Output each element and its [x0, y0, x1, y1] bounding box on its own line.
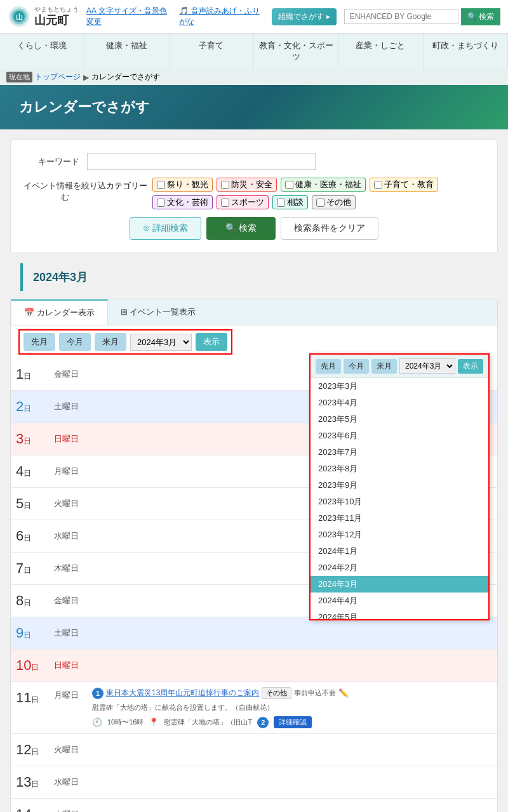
logo-icon: 山	[8, 5, 30, 28]
nav-item-kenko[interactable]: 健康・福祉	[84, 34, 169, 69]
dropdown-prev-button[interactable]: 先月	[316, 359, 341, 374]
event-11-time: 10時〜16時	[107, 717, 144, 727]
calendar-year-month: 2024年3月	[20, 263, 488, 291]
tab-list[interactable]: ⊞ イベント一覧表示	[108, 299, 209, 325]
header-search-button[interactable]: 🔍 検索	[461, 8, 500, 25]
cal-day-12: 12日	[11, 734, 49, 766]
cal-row-12: 12日 火曜日	[11, 734, 497, 766]
cat-sonota[interactable]: その他	[312, 195, 356, 209]
cat-matsuri[interactable]: 祭り・観光	[152, 178, 213, 192]
keyword-label: キーワード	[23, 156, 87, 167]
today-button[interactable]: 今月	[59, 333, 91, 351]
dropdown-item[interactable]: 2024年1月	[311, 543, 488, 560]
category-label: カテゴリー	[106, 178, 147, 192]
voice-link[interactable]: 🎵 音声読みあげ・ふりがな	[179, 6, 267, 27]
dropdown-item[interactable]: 2023年9月	[311, 477, 488, 494]
cat-kenko-checkbox[interactable]	[285, 181, 293, 189]
day-num-8: 8日	[16, 593, 31, 608]
events-14	[87, 799, 497, 812]
category-row: イベント情報を絞り込む カテゴリー 祭り・観光 防災・安全 健康・医療・福祉 子…	[23, 178, 485, 209]
next-month-button[interactable]: 来月	[95, 333, 126, 351]
dropdown-item[interactable]: 2023年12月	[311, 527, 488, 543]
nav-item-kyoiku[interactable]: 教育・文化・スポーツ	[254, 34, 338, 69]
cat-kosodate-checkbox[interactable]	[374, 181, 382, 189]
events-11: 1 東日本大震災13周年山元町追悼行事のご案内 その他 事前申込不要 ✏️ 慰霊…	[87, 682, 497, 733]
font-size-link[interactable]: AA 文字サイズ・音景色変更	[86, 6, 174, 27]
month-select[interactable]: 2024年3月	[130, 334, 192, 351]
header-search-input[interactable]	[344, 9, 458, 24]
clock-icon: 🕙	[92, 717, 102, 727]
nav-item-kosodate[interactable]: 子育て	[170, 34, 254, 69]
nav-item-sangyo[interactable]: 産業・しごと	[338, 34, 423, 69]
breadcrumb-current-label: 現在地	[6, 72, 32, 82]
main-nav: くらし・環境 健康・福祉 子育て 教育・文化・スポーツ 産業・しごと 町政・まち…	[0, 34, 508, 69]
cat-soudan-checkbox[interactable]	[277, 199, 285, 207]
calendar-section: 📅 カレンダー表示 ⊞ イベント一覧表示 先月 今月 来月 2024年3月 表示…	[10, 299, 498, 812]
dropdown-month-select[interactable]: 2024年3月	[399, 358, 455, 374]
cal-row-14: 14日 木曜日	[11, 799, 497, 812]
dropdown-item[interactable]: 2023年6月	[311, 428, 488, 444]
dropdown-display-button[interactable]: 表示	[458, 359, 483, 374]
dropdown-list[interactable]: 2023年3月 2023年4月 2023年5月 2023年6月 2023年7月 …	[311, 378, 488, 619]
cat-sports-checkbox[interactable]	[221, 199, 229, 207]
events-12	[87, 734, 497, 766]
page-title: カレンダーでさがす	[19, 98, 489, 117]
breadcrumb-home-link[interactable]: トップページ	[35, 72, 81, 82]
event-11-more-button[interactable]: 詳細確認	[274, 716, 312, 728]
cal-row-9: 9日 土曜日	[11, 617, 497, 650]
cat-matsuri-checkbox[interactable]	[157, 181, 165, 189]
weekday-7: 木曜日	[49, 553, 87, 584]
cat-soudan[interactable]: 相談	[272, 195, 308, 209]
calendar-tabs: 📅 カレンダー表示 ⊞ イベント一覧表示	[11, 299, 497, 325]
cat-sports[interactable]: スポーツ	[217, 195, 269, 209]
dropdown-today-button[interactable]: 今月	[344, 359, 369, 374]
dropdown-item-selected[interactable]: 2024年3月	[311, 576, 488, 593]
cal-day-6: 6日	[11, 520, 49, 552]
categories-container: 祭り・観光 防災・安全 健康・医療・福祉 子育て・教育 文化・芸術 スポーツ	[152, 178, 485, 209]
dropdown-item[interactable]: 2023年8月	[311, 461, 488, 477]
day-num-14: 14日	[16, 806, 39, 812]
nav-item-kurashi[interactable]: くらし・環境	[0, 34, 84, 69]
dropdown-item[interactable]: 2024年5月	[311, 609, 488, 619]
dropdown-item[interactable]: 2023年7月	[311, 444, 488, 461]
dropdown-item[interactable]: 2023年5月	[311, 411, 488, 428]
weekday-8: 金曜日	[49, 585, 87, 617]
events-9	[87, 617, 497, 649]
keyword-input[interactable]	[87, 153, 316, 170]
cat-kosodate[interactable]: 子育て・教育	[370, 178, 438, 192]
day-num-6: 6日	[16, 528, 31, 544]
event-11-detail-text: 慰霊碑「大地の塔」に献花台を設置します。（自由献花）	[92, 703, 274, 712]
cat-bunka-checkbox[interactable]	[157, 199, 165, 207]
weekday-14: 木曜日	[49, 799, 87, 812]
cat-bousai-checkbox[interactable]	[221, 181, 229, 189]
dropdown-item[interactable]: 2023年10月	[311, 494, 488, 510]
dropdown-item[interactable]: 2024年4月	[311, 593, 488, 609]
search-form: キーワード イベント情報を絞り込む カテゴリー 祭り・観光 防災・安全 健康・医…	[10, 140, 498, 253]
cat-kenko[interactable]: 健康・医療・福祉	[281, 178, 366, 192]
dropdown-item[interactable]: 2023年11月	[311, 510, 488, 527]
pin-icon: 📍	[149, 717, 159, 727]
day-num-3: 3日	[16, 431, 31, 447]
clear-button[interactable]: 検索条件をクリア	[281, 217, 378, 240]
cat-bunka[interactable]: 文化・芸術	[152, 195, 213, 209]
dropdown-item[interactable]: 2023年3月	[311, 378, 488, 395]
display-button[interactable]: 表示	[196, 333, 227, 351]
dropdown-item[interactable]: 2024年2月	[311, 560, 488, 576]
search-button[interactable]: 🔍 検索	[206, 217, 276, 240]
prev-month-button[interactable]: 先月	[23, 333, 55, 351]
cat-sonota-checkbox[interactable]	[316, 199, 324, 207]
weekday-11: 月曜日	[49, 682, 87, 709]
tab-calendar[interactable]: 📅 カレンダー表示	[11, 299, 108, 325]
event-11-link[interactable]: 東日本大震災13周年山元町追悼行事のご案内	[106, 688, 259, 698]
cal-row-11-inner: 11日 月曜日 1 東日本大震災13周年山元町追悼行事のご案内 その他 事前申込…	[11, 682, 497, 733]
events-10	[87, 650, 497, 681]
cal-day-7: 7日	[11, 553, 49, 584]
nav-item-chosei[interactable]: 町政・まちづくり	[424, 34, 508, 69]
cat-bousai[interactable]: 防災・安全	[217, 178, 277, 192]
detail-search-button[interactable]: ⊙ 詳細検索	[130, 217, 201, 240]
org-button[interactable]: 組織でさがす ▸	[272, 8, 336, 25]
dropdown-next-button[interactable]: 来月	[371, 359, 397, 374]
dropdown-item[interactable]: 2023年4月	[311, 395, 488, 411]
month-dropdown-overlay: 先月 今月 来月 2024年3月 表示 2023年3月 2023年4月 2023…	[309, 353, 490, 620]
cal-nav-area: 先月 今月 来月 2024年3月 表示 先月 今月 来月 2024年3月 表示 …	[11, 325, 497, 358]
